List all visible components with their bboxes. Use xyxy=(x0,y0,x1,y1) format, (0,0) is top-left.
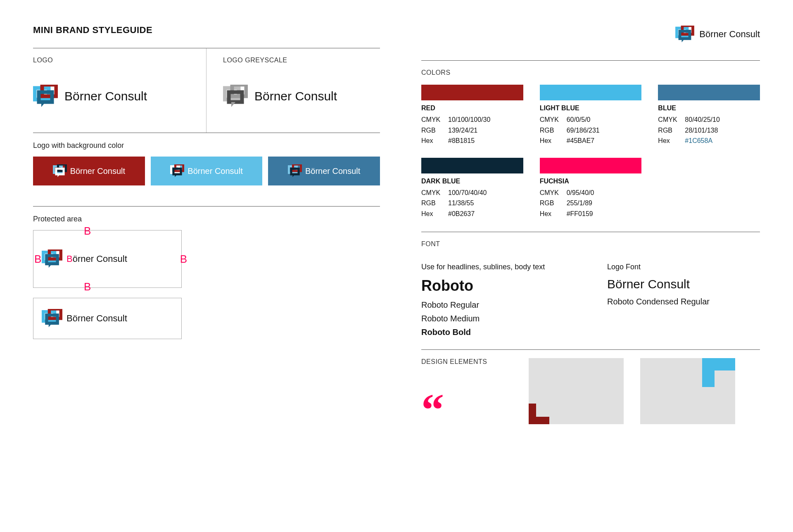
logo-mark-small-icon xyxy=(53,164,67,178)
logo-bg-row: Börner Consult Börner Consult Bö xyxy=(33,157,380,185)
marker-b-bottom: B xyxy=(84,280,91,293)
logo-text: Börner Consult xyxy=(64,89,147,103)
section-logo-bg-label: Logo with background color xyxy=(33,141,380,150)
logo-mark-icon xyxy=(42,249,62,268)
quote-mark-icon: “ xyxy=(421,374,467,421)
design-block-red-corner xyxy=(529,358,624,424)
divider xyxy=(33,133,380,133)
divider xyxy=(33,206,380,207)
color-swatch xyxy=(540,158,642,173)
divider xyxy=(421,60,760,61)
font-variant-regular: Roboto Regular xyxy=(421,300,574,310)
section-design-label: DESIGN ELEMENTS xyxy=(421,358,512,366)
font-hint-logo: Logo Font xyxy=(607,263,760,271)
color-name: RED xyxy=(421,104,523,112)
color-swatch xyxy=(421,85,523,100)
font-variant-logo: Roboto Condensed Regular xyxy=(607,297,760,306)
color-spec: DARK BLUE CMYK100/70/40/40 RGB11/38/55 H… xyxy=(421,158,523,219)
logo-on-blue: Börner Consult xyxy=(268,157,380,185)
logo-color: Börner Consult xyxy=(33,85,206,108)
color-name: DARK BLUE xyxy=(421,178,523,185)
marker-b-top: B xyxy=(84,225,91,238)
page-title: MINI BRAND STYLEGUIDE xyxy=(33,25,760,36)
logo-text-on-red: Börner Consult xyxy=(70,166,125,176)
color-name: BLUE xyxy=(658,104,760,112)
hex-link[interactable]: #1C658A xyxy=(685,135,712,146)
section-logo-label: LOGO xyxy=(33,57,206,64)
color-name: FUCHSIA xyxy=(540,178,642,185)
logo-mark-small-icon xyxy=(288,164,302,178)
red-corner-icon xyxy=(529,417,549,424)
logo-text-grey: Börner Consult xyxy=(254,89,337,103)
header-logo: Börner Consult xyxy=(675,26,760,43)
color-name: LIGHT BLUE xyxy=(540,104,642,112)
font-name-main: Roboto xyxy=(421,277,574,294)
color-grid: RED CMYK10/100/100/30 RGB139/24/21 Hex#8… xyxy=(421,85,760,219)
color-swatch xyxy=(658,85,760,100)
color-spec: BLUE CMYK80/40/25/10 RGB28/101/138 Hex#1… xyxy=(658,85,760,146)
section-logo-grey-label: LOGO GREYSCALE xyxy=(223,57,380,64)
right-column: Börner Consult COLORS RED CMYK10/100/100… xyxy=(421,48,760,424)
font-hint-main: Use for headlines, sublines, body text xyxy=(421,263,574,271)
marker-b-left: B xyxy=(34,253,41,266)
logo-text-on-lightblue: Börner Consult xyxy=(188,166,242,176)
protected-logo-text: Börner Consult xyxy=(66,254,127,264)
section-colors-label: COLORS xyxy=(421,69,760,76)
logo-greyscale: Börner Consult xyxy=(223,85,380,108)
color-spec: FUCHSIA CMYK0/95/40/0 RGB255/1/89 Hex#FF… xyxy=(540,158,642,219)
protected-area-plain: Börner Consult xyxy=(33,298,182,339)
logo-on-red: Börner Consult xyxy=(33,157,145,185)
logo-text-on-blue: Börner Consult xyxy=(305,166,360,176)
section-font-label: FONT xyxy=(421,240,760,248)
marker-b-right: B xyxy=(180,253,187,266)
color-spec: RED CMYK10/100/100/30 RGB139/24/21 Hex#8… xyxy=(421,85,523,146)
logo-mark-icon xyxy=(675,26,694,43)
color-swatch xyxy=(540,85,642,100)
divider xyxy=(421,232,760,232)
section-protected-label: Protected area xyxy=(33,215,380,223)
logo-mark-icon xyxy=(42,309,62,328)
header-logo-text: Börner Consult xyxy=(699,29,760,40)
logo-mark-icon xyxy=(33,85,58,108)
font-variant-bold: Roboto Bold xyxy=(421,328,574,337)
design-block-blue-corner xyxy=(640,358,735,424)
font-sample-logo: Börner Consult xyxy=(607,277,760,291)
logo-mark-small-icon xyxy=(170,164,184,178)
divider xyxy=(421,349,760,350)
font-variant-medium: Roboto Medium xyxy=(421,314,574,323)
protected-logo-text-plain: Börner Consult xyxy=(66,313,127,324)
left-column: LOGO Börner Consult LOGO GREYSCALE xyxy=(33,48,380,424)
blue-corner-icon xyxy=(702,358,735,370)
protected-area-with-markers: B B B B Börner Consult xyxy=(33,230,182,288)
logo-mark-grey-icon xyxy=(223,85,248,108)
logo-on-lightblue: Börner Consult xyxy=(151,157,263,185)
color-swatch xyxy=(421,158,523,173)
color-spec: LIGHT BLUE CMYK60/0/5/0 RGB69/186/231 He… xyxy=(540,85,642,146)
